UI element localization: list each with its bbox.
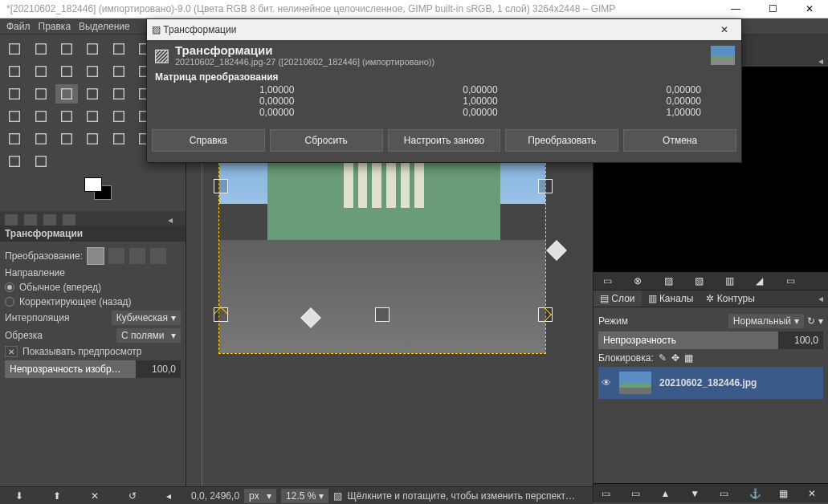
preview-checkbox[interactable]: ✕ bbox=[5, 346, 18, 357]
gradient-icon[interactable] bbox=[29, 107, 51, 126]
rotate-icon[interactable] bbox=[3, 84, 26, 104]
lock-position-icon[interactable]: ✥ bbox=[671, 352, 679, 364]
toolbar-btn[interactable]: ▨ bbox=[664, 275, 679, 287]
mode-dropdown[interactable]: Нормальный▾ bbox=[728, 314, 804, 328]
menu-file[interactable]: Файл bbox=[6, 21, 31, 32]
heal-icon[interactable] bbox=[29, 129, 51, 148]
tab-arrow-icon[interactable]: ◂ bbox=[814, 293, 828, 304]
panel-arrow-icon[interactable]: ◂ bbox=[818, 55, 823, 67]
fuzzy-select-icon[interactable] bbox=[81, 39, 104, 59]
toolbar-btn[interactable]: ⊗ bbox=[634, 275, 648, 287]
paths-icon[interactable] bbox=[108, 39, 130, 59]
maximize-button[interactable]: ☐ bbox=[754, 0, 791, 18]
interpolation-dropdown[interactable]: Кубическая▾ bbox=[112, 311, 181, 325]
crop-icon[interactable] bbox=[55, 62, 78, 81]
handle-transform-icon[interactable] bbox=[29, 152, 51, 171]
close-button[interactable]: ✕ bbox=[791, 0, 828, 18]
reset-preset-icon[interactable]: ↺ bbox=[128, 490, 137, 502]
perspective-icon[interactable] bbox=[81, 84, 104, 104]
transform-handle[interactable] bbox=[214, 179, 228, 193]
readjust-button[interactable]: Настроить заново bbox=[388, 129, 501, 152]
smudge-icon[interactable] bbox=[81, 129, 104, 148]
transform-target-image[interactable] bbox=[150, 248, 166, 264]
raise-layer-icon[interactable]: ▲ bbox=[660, 488, 672, 499]
clone-icon[interactable] bbox=[3, 129, 26, 148]
chevron-down-icon[interactable]: ▾ bbox=[818, 315, 823, 327]
free-select-icon[interactable] bbox=[55, 39, 78, 59]
eye-icon[interactable]: 👁 bbox=[602, 377, 611, 388]
scissors-icon[interactable] bbox=[3, 62, 26, 81]
layer-row[interactable]: 👁 20210602_182446.jpg bbox=[598, 367, 823, 399]
clip-dropdown[interactable]: С полями▾ bbox=[116, 328, 181, 343]
dock-tab[interactable] bbox=[43, 214, 56, 226]
dock-tab[interactable] bbox=[5, 214, 18, 226]
dock-tab[interactable] bbox=[24, 214, 37, 226]
move-icon[interactable] bbox=[81, 62, 104, 81]
mask-layer-icon[interactable]: ▦ bbox=[779, 488, 791, 499]
dock-arrow-icon[interactable]: ◂ bbox=[168, 214, 181, 226]
transform-handle[interactable] bbox=[375, 307, 390, 322]
zoom-dropdown[interactable]: 12.5 %▾ bbox=[281, 489, 328, 503]
tab-layers[interactable]: ▤ Слои bbox=[593, 291, 642, 307]
toolbar-btn[interactable]: ▭ bbox=[603, 275, 618, 287]
dialog-close-button[interactable]: ✕ bbox=[712, 24, 736, 35]
scale-icon[interactable] bbox=[29, 84, 51, 104]
transform-target-layer[interactable] bbox=[88, 248, 104, 264]
foreground-select-icon[interactable] bbox=[29, 62, 51, 81]
tab-paths[interactable]: ✲ Контуры bbox=[700, 291, 761, 307]
ellipse-select-icon[interactable] bbox=[29, 39, 51, 59]
merge-layer-icon[interactable]: ⚓ bbox=[749, 488, 761, 499]
lower-layer-icon[interactable]: ▼ bbox=[690, 488, 702, 499]
layer-group-icon[interactable]: ▭ bbox=[631, 488, 643, 499]
transform-handle[interactable] bbox=[538, 179, 553, 193]
image-opacity-value[interactable]: 100,0 bbox=[136, 360, 181, 378]
dock-tab[interactable] bbox=[63, 214, 75, 226]
unit-dropdown[interactable]: px▾ bbox=[244, 489, 276, 503]
unified-transform-icon[interactable] bbox=[3, 152, 26, 171]
pencil-icon[interactable] bbox=[55, 107, 78, 126]
eraser-icon[interactable] bbox=[108, 107, 130, 126]
reset-mode-icon[interactable]: ↻ bbox=[807, 315, 815, 327]
blur-icon[interactable] bbox=[55, 129, 78, 148]
layer-opacity-value[interactable]: 100,0 bbox=[778, 331, 823, 349]
dialog-titlebar[interactable]: ▨ Трансформации ✕ bbox=[147, 19, 741, 40]
side-handle[interactable] bbox=[546, 240, 566, 260]
save-preset-icon[interactable]: ⬇ bbox=[15, 490, 23, 502]
footer-arrow-icon[interactable]: ◂ bbox=[166, 490, 171, 502]
tab-channels[interactable]: ▥ Каналы bbox=[642, 291, 700, 307]
minimize-button[interactable]: — bbox=[717, 0, 754, 18]
rect-select-icon[interactable] bbox=[3, 39, 26, 59]
lock-alpha-icon[interactable]: ▦ bbox=[684, 352, 693, 364]
toolbar-btn[interactable]: ▧ bbox=[695, 275, 709, 287]
reset-button[interactable]: Сбросить bbox=[270, 129, 383, 152]
delete-preset-icon[interactable]: ✕ bbox=[91, 490, 99, 502]
lock-pixels-icon[interactable]: ✎ bbox=[659, 352, 667, 364]
cancel-button[interactable]: Отмена bbox=[623, 129, 736, 152]
toolbar-btn[interactable]: ▥ bbox=[725, 275, 740, 287]
delete-layer-icon[interactable]: ✕ bbox=[808, 488, 820, 499]
transform-button[interactable]: Преобразовать bbox=[505, 129, 618, 152]
text-icon[interactable] bbox=[3, 107, 26, 126]
transform-target-path[interactable] bbox=[129, 248, 145, 264]
shear-icon[interactable] bbox=[55, 84, 78, 104]
toolbar-btn[interactable]: ▭ bbox=[786, 275, 801, 287]
duplicate-layer-icon[interactable]: ▭ bbox=[720, 488, 732, 499]
new-layer-icon[interactable]: ▭ bbox=[602, 488, 614, 499]
color-swatches[interactable] bbox=[84, 177, 116, 205]
help-button[interactable]: Справка bbox=[152, 129, 265, 152]
transform-target-selection[interactable] bbox=[108, 248, 124, 264]
fg-color[interactable] bbox=[84, 177, 102, 192]
load-preset-icon[interactable]: ⬆ bbox=[53, 490, 61, 502]
status-hint: Щёлкните и потащите, чтобы изменить перс… bbox=[347, 490, 588, 502]
paintbrush-icon[interactable] bbox=[81, 107, 104, 126]
dodge-icon[interactable] bbox=[108, 129, 130, 148]
direction-backward-radio[interactable] bbox=[5, 297, 14, 307]
menu-edit[interactable]: Правка bbox=[39, 21, 71, 32]
direction-forward-radio[interactable] bbox=[5, 282, 14, 292]
svg-rect-15 bbox=[35, 89, 46, 100]
flip-icon[interactable] bbox=[108, 84, 130, 104]
toolbar-btn[interactable]: ◢ bbox=[756, 275, 770, 287]
layer-thumbnail[interactable] bbox=[619, 372, 651, 394]
menu-select[interactable]: Выделение bbox=[79, 21, 130, 32]
zoom-icon[interactable] bbox=[108, 62, 130, 81]
